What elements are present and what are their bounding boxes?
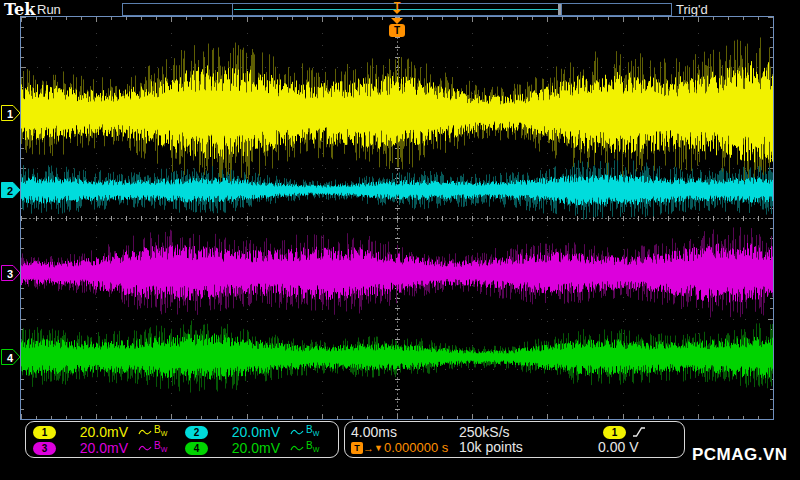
trigger-delay-value: 0.000000 s xyxy=(384,440,448,455)
record-window-right-bracket[interactable] xyxy=(558,4,561,15)
trigger-t-glyph: T xyxy=(394,0,401,12)
trigger-t-icon: T xyxy=(351,442,363,454)
rising-slope-icon xyxy=(632,425,646,439)
channel1-scale: 20.0mV xyxy=(56,424,128,440)
graticule-frame xyxy=(20,16,774,420)
trigger-source-row: 1 xyxy=(584,425,684,439)
oscilloscope-screen: Tek Run T Trig'd T 1 2 3 4 1 20.0mV xyxy=(0,0,800,480)
trigger-delay-readout: T→▼0.000000 s xyxy=(351,440,459,455)
down-triangle-icon: ▼ xyxy=(374,442,383,454)
svg-text:4: 4 xyxy=(7,352,14,364)
svg-text:3: 3 xyxy=(7,268,13,280)
watermark: PCMAG.VN xyxy=(692,445,788,465)
record-trigger-position-icon[interactable]: T xyxy=(390,1,404,14)
channel4-scale: 20.0mV xyxy=(208,440,280,456)
record-length: 10k points xyxy=(459,440,584,455)
channel4-badge[interactable]: 4 xyxy=(185,442,208,455)
bandwidth-icon: BW xyxy=(306,425,319,439)
bandwidth-icon: BW xyxy=(154,425,167,439)
waveform-icon xyxy=(138,443,152,453)
channel4-position-marker[interactable]: 4 xyxy=(1,349,21,365)
channel-readout-box: 1 20.0mV BW 2 20.0mV BW 3 20.0mV xyxy=(25,421,339,458)
channel1-position-marker[interactable]: 1 xyxy=(1,105,21,121)
trigger-t-badge: T xyxy=(389,24,405,37)
right-arrow-icon: → xyxy=(363,442,374,454)
acquisition-status: Run xyxy=(37,2,61,17)
channel1-badge[interactable]: 1 xyxy=(33,426,56,439)
horizontal-trigger-box: 4.00ms T→▼0.000000 s 250kS/s 10k points … xyxy=(344,421,685,458)
waveform-icon xyxy=(290,427,304,437)
bandwidth-icon: BW xyxy=(154,441,167,455)
channel3-position-marker[interactable]: 3 xyxy=(1,265,21,281)
waveform-icon xyxy=(290,443,304,453)
channel4-readout: 4 20.0mV BW xyxy=(182,440,334,456)
trigger-status: Trig'd xyxy=(676,2,708,17)
channel1-readout: 1 20.0mV BW xyxy=(30,424,182,440)
waveform-icon xyxy=(138,427,152,437)
sample-rate: 250kS/s xyxy=(459,425,584,440)
waveform-display[interactable] xyxy=(21,17,773,419)
svg-text:1: 1 xyxy=(7,108,13,120)
trigger-source-badge[interactable]: 1 xyxy=(603,426,626,439)
channel3-scale: 20.0mV xyxy=(56,440,128,456)
timebase-scale: 4.00ms xyxy=(351,425,459,440)
channel2-position-marker[interactable]: 2 xyxy=(1,182,21,198)
channel2-badge[interactable]: 2 xyxy=(185,426,208,439)
channel2-readout: 2 20.0mV BW xyxy=(182,424,334,440)
channel3-badge[interactable]: 3 xyxy=(33,442,56,455)
bandwidth-icon: BW xyxy=(306,441,319,455)
trigger-position-flag[interactable]: T xyxy=(389,18,405,37)
trigger-level: 0.00 V xyxy=(584,440,684,455)
channel2-scale: 20.0mV xyxy=(208,424,280,440)
svg-text:2: 2 xyxy=(7,185,13,197)
channel3-readout: 3 20.0mV BW xyxy=(30,440,182,456)
